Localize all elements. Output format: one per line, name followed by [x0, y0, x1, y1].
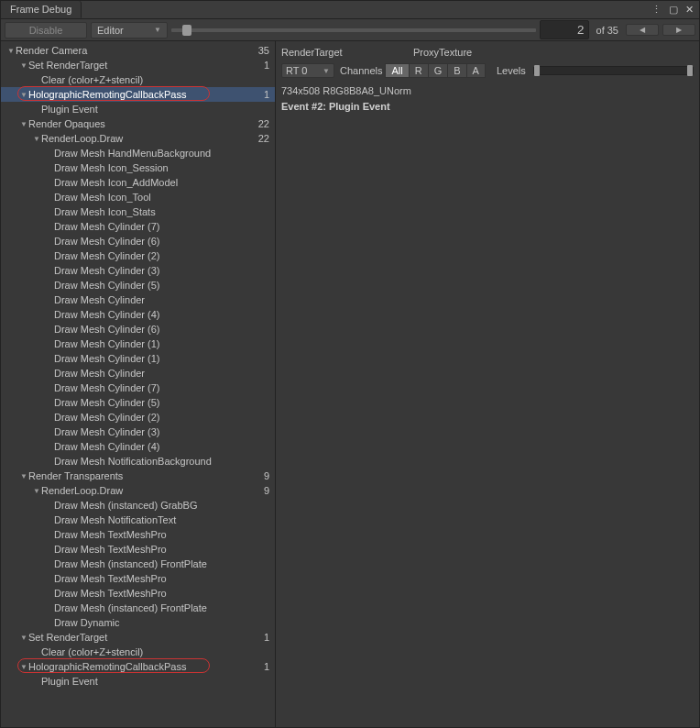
tree-row[interactable]: Draw Mesh Cylinder (3)	[1, 263, 275, 278]
tree-row[interactable]: Draw Mesh NotificationText	[1, 513, 275, 527]
tree-item-count: 1	[264, 661, 269, 672]
tree-row[interactable]: Draw Mesh TextMeshPro	[1, 527, 275, 542]
event-number-input[interactable]	[540, 20, 589, 39]
tree-item-label: Draw Mesh Cylinder (5)	[54, 397, 269, 408]
detail-panel: RenderTarget ProxyTexture RT 0 ▼ Channel…	[276, 41, 699, 727]
tree-item-label: Draw Mesh Cylinder (4)	[54, 309, 269, 320]
tree-item-label: Draw Mesh Cylinder (7)	[54, 382, 269, 393]
tree-item-label: Clear (color+Z+stencil)	[41, 646, 269, 657]
tree-row[interactable]: Draw Mesh Icon_AddModel	[1, 175, 275, 190]
tree-row[interactable]: Draw Mesh Cylinder (1)	[1, 351, 275, 366]
tree-item-label: Draw Mesh HandMenuBackground	[54, 148, 269, 159]
tree-row[interactable]: Draw Mesh Cylinder (7)	[1, 219, 275, 234]
tree-row[interactable]: ▼Set RenderTarget1	[1, 630, 275, 645]
channel-r-button[interactable]: R	[409, 63, 429, 78]
levels-label: Levels	[497, 65, 526, 76]
tree-row[interactable]: Draw Dynamic	[1, 615, 275, 630]
channel-all-button[interactable]: All	[385, 63, 409, 78]
tree-row[interactable]: ▼HolographicRemotingCallbackPass1	[1, 659, 275, 674]
texture-dimensions: 734x508 R8G8B8A8_UNorm	[281, 83, 694, 99]
frame-debug-window: Frame Debug ⋮ ▢ ✕ Disable Editor ▼ of 35…	[0, 0, 700, 728]
tree-item-count: 9	[264, 485, 269, 496]
tree-row[interactable]: Draw Mesh Cylinder (2)	[1, 410, 275, 425]
tree-row[interactable]: Clear (color+Z+stencil)	[1, 645, 275, 659]
toolbar: Disable Editor ▼ of 35 ◀ ▶	[1, 19, 699, 41]
tab-frame-debug[interactable]: Frame Debug	[1, 1, 82, 18]
tree-row[interactable]: Draw Mesh (instanced) GrabBG	[1, 498, 275, 513]
slider-thumb[interactable]	[182, 25, 191, 36]
disable-button[interactable]: Disable	[5, 22, 87, 39]
channel-a-button[interactable]: A	[466, 63, 486, 78]
channel-g-button[interactable]: G	[428, 63, 449, 78]
tree-row[interactable]: ▼Render Opaques22	[1, 116, 275, 131]
levels-slider[interactable]	[533, 66, 694, 75]
content-area: ▼Render Camera35▼Set RenderTarget1Clear …	[1, 41, 699, 727]
close-icon[interactable]: ✕	[685, 4, 694, 16]
tree-row[interactable]: ▼Render Camera35	[1, 43, 275, 58]
tree-row[interactable]: Draw Mesh Cylinder (2)	[1, 248, 275, 263]
tree-row[interactable]: ▼HolographicRemotingCallbackPass1	[1, 87, 275, 102]
collapse-toggle-icon[interactable]: ▼	[19, 120, 28, 128]
tree-row[interactable]: Draw Mesh Cylinder (1)	[1, 336, 275, 351]
tree-row[interactable]: ▼RenderLoop.Draw9	[1, 483, 275, 498]
menu-icon[interactable]: ⋮	[651, 4, 662, 16]
tree-row[interactable]: Draw Mesh Icon_Stats	[1, 204, 275, 219]
collapse-toggle-icon[interactable]: ▼	[6, 47, 16, 55]
collapse-toggle-icon[interactable]: ▼	[19, 634, 28, 642]
tree-row[interactable]: Draw Mesh TextMeshPro	[1, 571, 275, 586]
tree-row[interactable]: Draw Mesh TextMeshPro	[1, 542, 275, 557]
tree-row[interactable]: Draw Mesh Cylinder (5)	[1, 278, 275, 292]
collapse-toggle-icon[interactable]: ▼	[19, 472, 28, 480]
tree-row[interactable]: Draw Mesh Cylinder (4)	[1, 307, 275, 322]
source-label: Editor	[97, 25, 124, 36]
event-slider[interactable]	[171, 23, 536, 38]
rt-index-dropdown[interactable]: RT 0 ▼	[281, 63, 334, 78]
collapse-toggle-icon[interactable]: ▼	[19, 91, 28, 99]
tree-item-label: Set RenderTarget	[28, 60, 264, 71]
tree-row[interactable]: ▼Render Transparents9	[1, 469, 275, 483]
tree-row[interactable]: ▼RenderLoop.Draw22	[1, 131, 275, 146]
tree-row[interactable]: Draw Mesh HandMenuBackground	[1, 146, 275, 160]
tree-row[interactable]: Plugin Event	[1, 674, 275, 689]
tree-item-label: Draw Mesh (instanced) FrontPlate	[54, 602, 269, 613]
tree-row[interactable]: Draw Mesh Cylinder (4)	[1, 439, 275, 454]
tree-item-label: Draw Mesh TextMeshPro	[54, 529, 269, 540]
event-tree[interactable]: ▼Render Camera35▼Set RenderTarget1Clear …	[1, 41, 276, 727]
tree-row[interactable]: Draw Mesh Cylinder (6)	[1, 234, 275, 248]
next-event-button[interactable]: ▶	[662, 24, 695, 36]
tree-row[interactable]: Draw Mesh Icon_Session	[1, 160, 275, 175]
chevron-down-icon: ▼	[154, 26, 161, 34]
tree-item-count: 22	[258, 118, 269, 129]
tree-item-count: 1	[264, 89, 269, 100]
tree-row[interactable]: Draw Mesh (instanced) FrontPlate	[1, 557, 275, 571]
tree-item-label: Render Opaques	[28, 118, 258, 129]
tree-row[interactable]: Plugin Event	[1, 102, 275, 116]
collapse-toggle-icon[interactable]: ▼	[19, 61, 28, 70]
collapse-toggle-icon[interactable]: ▼	[32, 135, 41, 143]
tree-row[interactable]: Draw Mesh Cylinder (6)	[1, 322, 275, 336]
levels-min-thumb[interactable]	[534, 65, 540, 76]
collapse-toggle-icon[interactable]: ▼	[19, 663, 28, 671]
tree-row[interactable]: Draw Mesh Cylinder (5)	[1, 395, 275, 410]
tree-row[interactable]: Draw Mesh Cylinder	[1, 366, 275, 381]
tree-row[interactable]: Draw Mesh Cylinder (7)	[1, 381, 275, 395]
tree-item-label: Draw Mesh Icon_Session	[54, 162, 269, 173]
tree-row[interactable]: Draw Mesh TextMeshPro	[1, 586, 275, 601]
collapse-toggle-icon[interactable]: ▼	[32, 487, 41, 495]
tree-row[interactable]: Clear (color+Z+stencil)	[1, 72, 275, 87]
tree-row[interactable]: Draw Mesh NotificationBackground	[1, 454, 275, 469]
tree-row[interactable]: ▼Set RenderTarget1	[1, 58, 275, 72]
tree-item-label: Plugin Event	[41, 104, 269, 115]
tree-row[interactable]: Draw Mesh Cylinder	[1, 292, 275, 307]
levels-max-thumb[interactable]	[687, 65, 693, 76]
prev-event-button[interactable]: ◀	[626, 24, 659, 36]
source-dropdown[interactable]: Editor ▼	[91, 22, 168, 39]
chevron-down-icon: ▼	[323, 67, 330, 75]
tree-row[interactable]: Draw Mesh Icon_Tool	[1, 190, 275, 204]
maximize-icon[interactable]: ▢	[669, 4, 678, 16]
tree-row[interactable]: Draw Mesh (instanced) FrontPlate	[1, 601, 275, 615]
channel-b-button[interactable]: B	[447, 63, 466, 78]
event-title: Event #2: Plugin Event	[281, 99, 694, 115]
tree-item-label: Draw Mesh Cylinder (4)	[54, 441, 269, 452]
tree-row[interactable]: Draw Mesh Cylinder (3)	[1, 425, 275, 439]
